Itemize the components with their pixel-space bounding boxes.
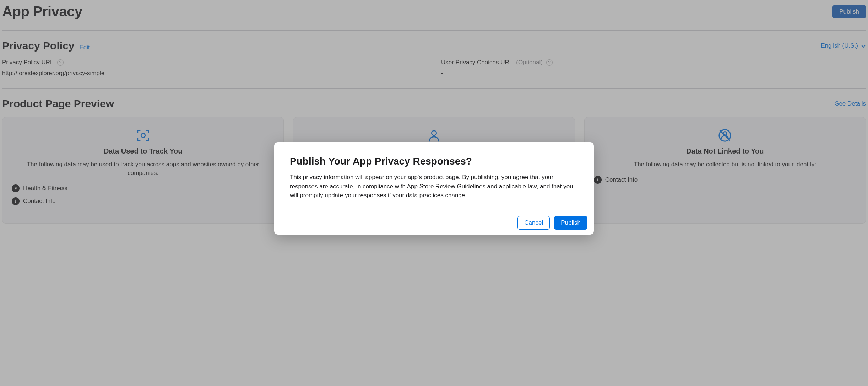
modal-title: Publish Your App Privacy Responses? <box>290 156 578 167</box>
modal-overlay[interactable]: Publish Your App Privacy Responses? This… <box>0 0 868 386</box>
modal-publish-button[interactable]: Publish <box>554 216 587 230</box>
cancel-button[interactable]: Cancel <box>517 216 550 230</box>
modal-footer: Cancel Publish <box>274 211 594 235</box>
publish-confirm-modal: Publish Your App Privacy Responses? This… <box>274 142 594 235</box>
modal-text: This privacy information will appear on … <box>290 173 578 200</box>
